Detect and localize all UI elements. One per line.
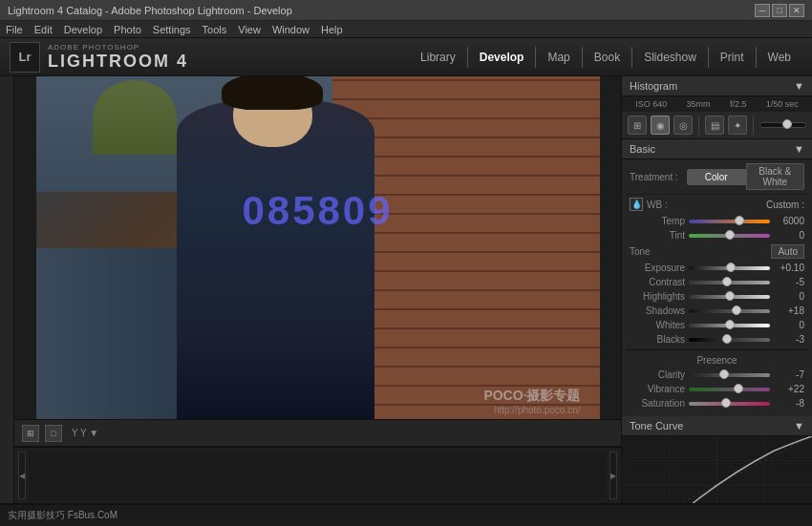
bw-button[interactable]: Black & White [746,163,805,190]
vibrance-slider[interactable] [689,388,770,391]
filmstrip-scroll-right[interactable]: ▶ [609,452,617,499]
exposure-slider[interactable] [689,266,770,270]
adjustment-brush-tool[interactable]: ✦ [728,116,747,135]
contrast-row: Contrast -5 [626,275,808,289]
tone-row: Tone Auto [626,242,808,261]
exposure-thumb[interactable] [726,263,736,272]
color-button[interactable]: Color [687,169,746,185]
filmstrip-scroll-left[interactable]: ◀ [18,452,26,499]
tab-library[interactable]: Library [409,47,468,68]
menu-photo[interactable]: Photo [114,24,141,35]
graduated-filter-tool[interactable]: ▤ [705,116,724,135]
watermark: POCO·摄影专题 http://photo.poco.cn/ [483,388,580,415]
shadows-slider[interactable] [689,309,770,313]
spot-removal-tool[interactable]: ◉ [651,116,670,135]
histogram-header[interactable]: Histogram ▼ [622,76,812,96]
whites-value: 0 [774,320,804,330]
treatment-row: Treatment : Color Black & White [626,159,808,195]
basic-label: Basic [630,143,655,155]
tab-map[interactable]: Map [536,47,582,68]
contrast-value: -5 [774,277,804,287]
histogram-info: ISO 640 35mm f/2.5 1/50 sec [622,96,812,112]
menu-file[interactable]: File [6,24,23,35]
statusbar-text: 实用摄影技巧 FsBus.CoM [8,509,804,522]
lr-brand: ADOBE PHOTOSHOP LIGHTROOM 4 [48,43,188,72]
crop-tool[interactable]: ⊞ [628,116,647,135]
blacks-thumb[interactable] [722,334,732,344]
tab-print[interactable]: Print [709,47,757,68]
blacks-row: Blacks -3 [626,332,808,347]
highlights-slider[interactable] [689,295,770,299]
temp-slider[interactable] [689,220,770,223]
exposure-label: Exposure [630,263,685,273]
photo-background [36,76,600,419]
tool-slider-thumb[interactable] [782,119,792,129]
tone-curve-label: Tone Curve [630,420,683,431]
tone-curve-header[interactable]: Tone Curve ▼ [622,416,812,436]
highlights-thumb[interactable] [725,291,735,301]
tab-develop[interactable]: Develop [468,47,537,68]
shadows-row: Shadows +18 [626,304,808,318]
eyedropper-icon[interactable]: 💧 [630,198,643,211]
menu-tools[interactable]: Tools [203,24,227,35]
menu-edit[interactable]: Edit [34,24,53,35]
vibrance-label: Vibrance [630,384,685,394]
shutter-value: 1/50 sec [766,99,799,109]
right-panel: Histogram ▼ ISO [621,76,812,503]
vibrance-thumb[interactable] [734,384,743,393]
tint-row: Tint 0 [626,228,808,242]
highlights-value: 0 [774,291,804,302]
watermark-brand: POCO·摄影专题 [483,388,580,405]
whites-row: Whites 0 [626,318,808,332]
menu-develop[interactable]: Develop [64,24,102,35]
saturation-label: Saturation [630,398,685,409]
temp-thumb[interactable] [735,216,744,225]
minimize-button[interactable]: ─ [755,4,770,17]
view-label: Y Y ▼ [72,428,98,438]
photo-area: 085809 POCO·摄影专题 http://photo.poco.cn/ [14,76,621,419]
tone-curve-area [622,436,812,503]
tint-value: 0 [774,230,804,241]
close-button[interactable]: ✕ [789,4,804,17]
saturation-thumb[interactable] [721,398,731,408]
tab-book[interactable]: Book [583,47,632,68]
shadows-label: Shadows [630,305,685,316]
tint-slider[interactable] [689,234,770,238]
main-content: 085809 POCO·摄影专题 http://photo.poco.cn/ ⊞… [0,76,812,503]
menu-window[interactable]: Window [272,24,310,35]
maximize-button[interactable]: □ [772,4,787,17]
vibrance-row: Vibrance +22 [626,382,808,396]
clarity-label: Clarity [630,369,685,380]
contrast-slider[interactable] [689,281,770,284]
basic-collapse-icon: ▼ [794,143,804,155]
focal-value: 35mm [687,99,711,109]
clarity-slider[interactable] [689,373,770,377]
basic-panel-header[interactable]: Basic ▼ [622,139,812,159]
menu-settings[interactable]: Settings [153,24,191,35]
whites-thumb[interactable] [725,320,735,329]
tab-web[interactable]: Web [757,47,802,68]
clarity-thumb[interactable] [719,369,729,379]
blacks-slider[interactable] [689,338,770,342]
temp-row: Temp 6000 [626,214,808,228]
clarity-row: Clarity -7 [626,368,808,382]
wb-row: 💧 WB : Custom : [626,195,808,214]
whites-slider[interactable] [689,324,770,327]
saturation-slider[interactable] [689,402,770,406]
center-panel: 085809 POCO·摄影专题 http://photo.poco.cn/ ⊞… [14,76,621,503]
tool-slider[interactable] [759,122,806,128]
header: Lr ADOBE PHOTOSHOP LIGHTROOM 4 Library D… [0,38,812,76]
contrast-thumb[interactable] [722,277,732,286]
redeye-tool[interactable]: ◎ [673,116,693,135]
titlebar-text: Lightroom 4 Catalog - Adobe Photoshop Li… [8,5,292,16]
menu-view[interactable]: View [238,24,261,35]
shadows-thumb[interactable] [732,305,741,315]
tint-thumb[interactable] [725,230,735,240]
tone-curve-chart[interactable] [622,436,812,503]
blacks-value: -3 [774,334,804,345]
tab-slideshow[interactable]: Slideshow [632,47,709,68]
loupe-view-button[interactable]: □ [45,425,62,442]
grid-view-button[interactable]: ⊞ [22,425,39,442]
auto-button[interactable]: Auto [771,244,804,259]
menu-help[interactable]: Help [321,24,343,35]
